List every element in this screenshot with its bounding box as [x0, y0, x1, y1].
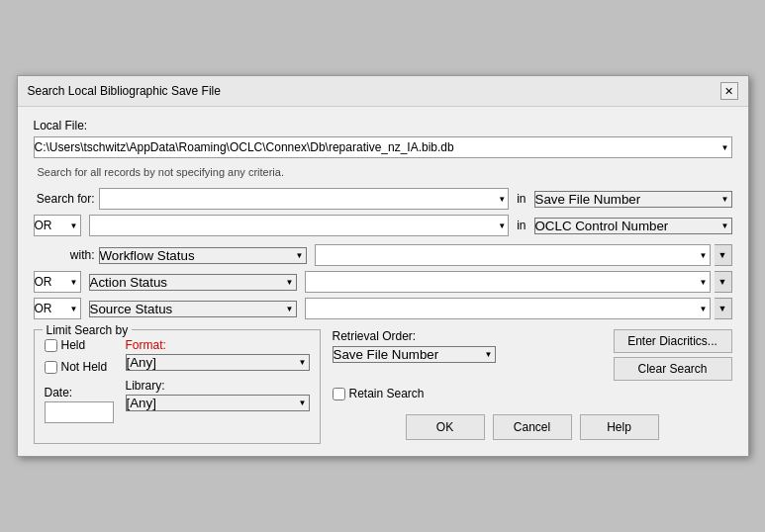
retrieval-select[interactable]: Save File Number Title Author [333, 346, 496, 363]
search-dialog: Search Local Bibliographic Save File ✕ L… [17, 75, 749, 457]
dialog-content: Local File: C:\Users\tschwitz\AppData\Ro… [18, 107, 748, 456]
with-field-select-2[interactable]: Action Status Workflow Status Source Sta… [89, 274, 297, 291]
with-label: with: [34, 248, 95, 262]
info-text: Search for all records by not specifying… [34, 166, 732, 178]
title-bar: Search Local Bibliographic Save File ✕ [18, 76, 748, 107]
not-held-checkbox-row: Not Held [45, 360, 114, 374]
limit-legend: Limit Search by [43, 323, 133, 337]
bottom-buttons: OK Cancel Help [333, 414, 732, 444]
library-select[interactable]: [Any] [126, 395, 310, 411]
date-label: Date: [45, 386, 114, 399]
search-row-2: OR AND NOT in OCLC Control Number Save F… [34, 215, 732, 236]
library-label: Library: [126, 379, 310, 393]
held-checkbox[interactable] [45, 339, 57, 352]
local-file-label: Local File: [34, 119, 732, 133]
search-in-select-1[interactable]: Save File Number OCLC Control Number Tit… [534, 191, 732, 208]
not-held-label: Not Held [61, 360, 108, 374]
with-field-select-1[interactable]: Workflow Status Action Status Source Sta… [99, 247, 307, 264]
not-held-checkbox[interactable] [45, 361, 57, 374]
with-row-3: OR AND NOT Source Status Workflow Status… [34, 298, 732, 319]
with-field-select-3[interactable]: Source Status Workflow Status Action Sta… [89, 301, 297, 317]
with-value-2[interactable] [305, 271, 711, 293]
with-row-1: with: Workflow Status Action Status Sour… [34, 244, 732, 266]
help-button[interactable]: Help [580, 414, 659, 440]
with-value-3[interactable] [305, 298, 711, 319]
format-select[interactable]: [Any] Books Serials Maps [126, 354, 310, 371]
with-dropdown-btn-3[interactable]: ▼ [715, 298, 732, 319]
held-label: Held [61, 338, 86, 352]
retrieval-group: Retrieval Order: Save File Number Title … [333, 329, 496, 363]
held-checkbox-row: Held [45, 338, 114, 352]
retrieval-label: Retrieval Order: [333, 329, 496, 343]
search-in-select-2[interactable]: OCLC Control Number Save File Number Tit… [534, 218, 732, 234]
retain-search-label: Retain Search [349, 387, 425, 400]
retain-search-checkbox[interactable] [333, 388, 345, 400]
clear-search-button[interactable]: Clear Search [614, 357, 732, 381]
search-for-label: Search for: [34, 192, 95, 206]
format-label: Format: [126, 338, 310, 352]
local-file-row: C:\Users\tschwitz\AppData\Roaming\OCLC\C… [34, 136, 732, 158]
operator-select-3[interactable]: OR AND NOT [34, 298, 81, 319]
date-input[interactable] [45, 401, 114, 423]
dialog-title: Search Local Bibliographic Save File [28, 84, 221, 98]
operator-select-1[interactable]: OR AND NOT [34, 215, 81, 236]
side-buttons: Enter Diacritics... Clear Search [614, 329, 732, 381]
cancel-button[interactable]: Cancel [493, 414, 572, 440]
local-file-select[interactable]: C:\Users\tschwitz\AppData\Roaming\OCLC\C… [34, 136, 732, 158]
search-input-2[interactable] [89, 215, 510, 236]
limit-search-group: Limit Search by Held Not Held Date: [34, 329, 321, 444]
search-row-1: Search for: in Save File Number OCLC Con… [34, 188, 732, 210]
bottom-section: Limit Search by Held Not Held Date: [34, 329, 732, 444]
in-label-2: in [517, 219, 526, 232]
with-value-1[interactable] [315, 244, 711, 266]
close-button[interactable]: ✕ [720, 82, 738, 100]
ok-button[interactable]: OK [406, 414, 485, 440]
right-section: Retrieval Order: Save File Number Title … [333, 329, 732, 444]
operator-select-2[interactable]: OR AND NOT [34, 271, 81, 293]
with-row-2: OR AND NOT Action Status Workflow Status… [34, 271, 732, 293]
with-dropdown-btn-2[interactable]: ▼ [715, 271, 732, 293]
in-label-1: in [517, 192, 526, 206]
retain-row: Retain Search [333, 387, 732, 400]
enter-diacritics-button[interactable]: Enter Diacritics... [614, 329, 732, 353]
search-input-1[interactable] [99, 188, 510, 210]
with-dropdown-btn-1[interactable]: ▼ [715, 244, 732, 266]
